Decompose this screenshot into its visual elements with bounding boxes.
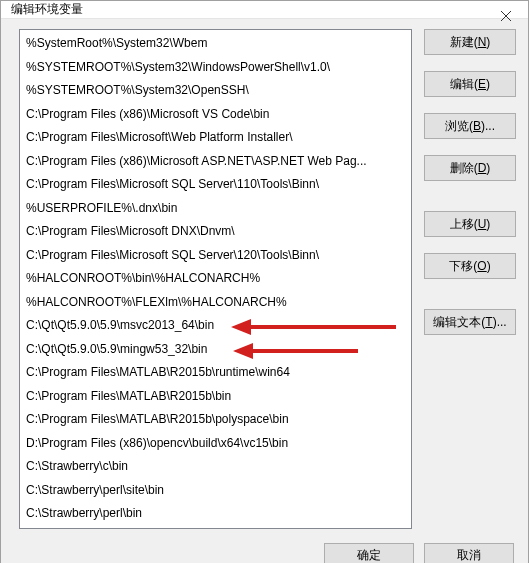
footer: 确定 取消	[1, 535, 528, 564]
list-item[interactable]: C:\Qt\Qt5.9.0\5.9\msvc2013_64\bin	[20, 314, 411, 338]
dialog-title: 编辑环境变量	[11, 1, 83, 18]
list-item[interactable]: C:\Program Files\Microsoft SQL Server\12…	[20, 244, 411, 268]
list-item[interactable]: C:\Strawberry\c\bin	[20, 455, 411, 479]
moveup-button[interactable]: 上移(U)	[424, 211, 516, 237]
main-row: %SystemRoot%\System32\Wbem%SYSTEMROOT%\S…	[1, 19, 528, 535]
list-item[interactable]: C:\Program Files\Microsoft\Web Platform …	[20, 126, 411, 150]
dialog-window: 编辑环境变量 %SystemRoot%\System32\Wbem%SYSTEM…	[0, 0, 529, 563]
body-area: %SystemRoot%\System32\Wbem%SYSTEMROOT%\S…	[1, 19, 528, 563]
list-item[interactable]: C:\Strawberry\perl\bin	[20, 502, 411, 526]
list-item[interactable]: C:\Program Files\Microsoft SQL Server\11…	[20, 173, 411, 197]
list-item[interactable]: C:\Strawberry\perl\site\bin	[20, 479, 411, 503]
list-item[interactable]: %SYSTEMROOT%\System32\OpenSSH\	[20, 79, 411, 103]
list-item[interactable]: C:\Program Files\MATLAB\R2015b\bin	[20, 385, 411, 409]
browse-button[interactable]: 浏览(B)...	[424, 113, 516, 139]
list-item[interactable]: D:\Program Files (x86)\opencv\build\x64\…	[20, 432, 411, 456]
path-listbox[interactable]: %SystemRoot%\System32\Wbem%SYSTEMROOT%\S…	[19, 29, 412, 529]
list-item[interactable]: C:\Program Files (x86)\Microsoft VS Code…	[20, 103, 411, 127]
list-item[interactable]: C:\Program Files\MATLAB\R2015b\polyspace…	[20, 408, 411, 432]
list-item[interactable]: %USERPROFILE%\.dnx\bin	[20, 197, 411, 221]
delete-button[interactable]: 删除(D)	[424, 155, 516, 181]
new-button[interactable]: 新建(N)	[424, 29, 516, 55]
titlebar: 编辑环境变量	[1, 1, 528, 19]
list-item[interactable]: %HALCONROOT%\FLEXlm\%HALCONARCH%	[20, 291, 411, 315]
list-item[interactable]: C:\Program Files\Microsoft DNX\Dnvm\	[20, 220, 411, 244]
edit-button[interactable]: 编辑(E)	[424, 71, 516, 97]
list-item[interactable]: C:\Program Files\MATLAB\R2015b\runtime\w…	[20, 361, 411, 385]
list-item[interactable]: C:\Program Files (x86)\Microsoft ASP.NET…	[20, 150, 411, 174]
edit-text-button[interactable]: 编辑文本(T)...	[424, 309, 516, 335]
ok-button[interactable]: 确定	[324, 543, 414, 564]
buttons-column: 新建(N) 编辑(E) 浏览(B)... 删除(D) 上移(U) 下移(O) 编…	[424, 29, 516, 529]
list-item[interactable]: C:\Qt\Qt5.9.0\5.9\mingw53_32\bin	[20, 338, 411, 362]
cancel-button[interactable]: 取消	[424, 543, 514, 564]
movedown-button[interactable]: 下移(O)	[424, 253, 516, 279]
list-item[interactable]: %HALCONROOT%\bin\%HALCONARCH%	[20, 267, 411, 291]
list-item[interactable]: %SystemRoot%\System32\Wbem	[20, 32, 411, 56]
list-item[interactable]: %SYSTEMROOT%\System32\WindowsPowerShell\…	[20, 56, 411, 80]
